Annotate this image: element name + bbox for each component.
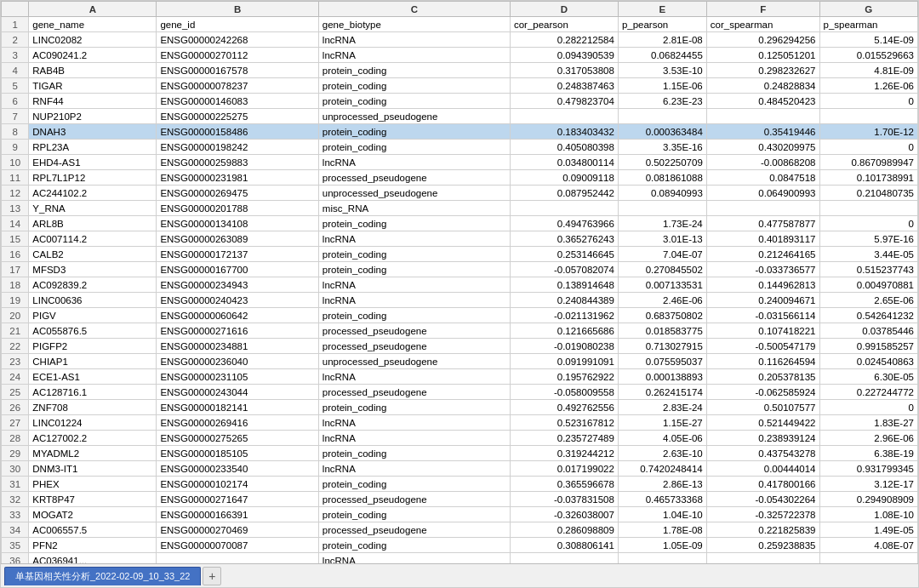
cell-5e[interactable]: 1.15E-06 [618,78,706,94]
cell-36b[interactable] [157,553,318,564]
cell-24g[interactable]: 6.30E-05 [819,369,917,385]
cell-10b[interactable]: ENSG00000259883 [157,155,318,170]
cell-30b[interactable]: ENSG00000233540 [157,461,318,477]
cell-4g[interactable]: 4.81E-09 [819,63,917,78]
cell-21e[interactable]: 0.018583775 [618,323,706,339]
cell-6e[interactable]: 6.23E-23 [618,94,706,109]
cell-33f[interactable]: -0.325722378 [706,507,819,522]
cell-13b[interactable]: ENSG00000201788 [157,201,318,216]
cell-32c[interactable]: processed_pseudogene [318,492,510,507]
cell-28a[interactable]: AC127002.2 [29,431,157,446]
cell-16b[interactable]: ENSG00000172137 [157,247,318,262]
cell-22c[interactable]: processed_pseudogene [318,339,510,354]
cell-25c[interactable]: processed_pseudogene [318,385,510,400]
cell-18d[interactable]: 0.138914648 [510,277,618,293]
cell-14g[interactable]: 0 [819,216,917,231]
cell-16e[interactable]: 7.04E-07 [618,247,706,262]
cell-21c[interactable]: processed_pseudogene [318,323,510,339]
cell-31g[interactable]: 3.12E-17 [819,477,917,492]
cell-11g[interactable]: 0.101738991 [819,170,917,186]
cell-19b[interactable]: ENSG00000240423 [157,293,318,308]
cell-28g[interactable]: 2.96E-06 [819,431,917,446]
cell-30e[interactable]: 0.7420248414 [618,461,706,477]
cell-24d[interactable]: 0.195762922 [510,369,618,385]
cell-19e[interactable]: 2.46E-06 [618,293,706,308]
cell-11b[interactable]: ENSG00000231981 [157,170,318,186]
cell-23d[interactable]: 0.091991091 [510,354,618,369]
cell-25a[interactable]: AC128716.1 [29,385,157,400]
cell-7b[interactable]: ENSG00000225275 [157,109,318,124]
cell-32d[interactable]: -0.037831508 [510,492,618,507]
cell-32e[interactable]: 0.465733368 [618,492,706,507]
cell-35e[interactable]: 1.05E-09 [618,538,706,553]
cell-3f[interactable]: 0.125051201 [706,48,819,63]
cell-19g[interactable]: 2.65E-06 [819,293,917,308]
cell-17b[interactable]: ENSG00000167700 [157,262,318,277]
cell-34a[interactable]: AC006557.5 [29,522,157,538]
cell-33a[interactable]: MOGAT2 [29,507,157,522]
cell-26g[interactable]: 0 [819,400,917,415]
cell-5b[interactable]: ENSG00000078237 [157,78,318,94]
cell-24f[interactable]: 0.205378135 [706,369,819,385]
col-header-g[interactable]: G [819,2,917,17]
cell-25e[interactable]: 0.262415174 [618,385,706,400]
cell-23e[interactable]: 0.075595037 [618,354,706,369]
cell-30c[interactable]: lncRNA [318,461,510,477]
cell-10d[interactable]: 0.034800114 [510,155,618,170]
cell-18b[interactable]: ENSG00000234943 [157,277,318,293]
cell-30a[interactable]: DNM3-IT1 [29,461,157,477]
cell-8f[interactable]: 0.35419446 [706,124,819,140]
cell-34f[interactable]: 0.221825839 [706,522,819,538]
cell-25f[interactable]: -0.062585924 [706,385,819,400]
cell-2e[interactable]: 2.81E-08 [618,32,706,48]
cell-4a[interactable]: RAB4B [29,63,157,78]
cell-28e[interactable]: 4.05E-06 [618,431,706,446]
cell-34c[interactable]: processed_pseudogene [318,522,510,538]
cell-7e[interactable] [618,109,706,124]
cell-35g[interactable]: 4.08E-07 [819,538,917,553]
cell-31b[interactable]: ENSG00000102174 [157,477,318,492]
cell-6f[interactable]: 0.484520423 [706,94,819,109]
cell-35c[interactable]: protein_coding [318,538,510,553]
cell-22a[interactable]: PIGFP2 [29,339,157,354]
cell-21a[interactable]: AC055876.5 [29,323,157,339]
cell-10c[interactable]: lncRNA [318,155,510,170]
cell-15f[interactable]: 0.401893117 [706,231,819,247]
cell-17g[interactable]: 0.515237743 [819,262,917,277]
cell-24a[interactable]: ECE1-AS1 [29,369,157,385]
cell-7f[interactable] [706,109,819,124]
cell-8c[interactable]: protein_coding [318,124,510,140]
cell-14c[interactable]: protein_coding [318,216,510,231]
cell-10e[interactable]: 0.502250709 [618,155,706,170]
cell-3d[interactable]: 0.094390539 [510,48,618,63]
cell-29a[interactable]: MYADML2 [29,446,157,461]
cell-5d[interactable]: 0.248387463 [510,78,618,94]
cell-15b[interactable]: ENSG00000263089 [157,231,318,247]
cell-4d[interactable]: 0.317053808 [510,63,618,78]
cell-4e[interactable]: 3.53E-10 [618,63,706,78]
cell-15c[interactable]: lncRNA [318,231,510,247]
cell-14a[interactable]: ARL8B [29,216,157,231]
cell-9e[interactable]: 3.35E-16 [618,140,706,155]
cell-12a[interactable]: AC244102.2 [29,186,157,201]
cell-26a[interactable]: ZNF708 [29,400,157,415]
cell-19c[interactable]: lncRNA [318,293,510,308]
cell-1b[interactable]: gene_id [157,17,318,32]
cell-16c[interactable]: protein_coding [318,247,510,262]
cell-23g[interactable]: 0.024540863 [819,354,917,369]
col-header-b[interactable]: B [157,2,318,17]
cell-22e[interactable]: 0.713027915 [618,339,706,354]
cell-9g[interactable]: 0 [819,140,917,155]
cell-9a[interactable]: RPL23A [29,140,157,155]
cell-33e[interactable]: 1.04E-10 [618,507,706,522]
col-header-c[interactable]: C [318,2,510,17]
cell-14d[interactable]: 0.494763966 [510,216,618,231]
cell-26f[interactable]: 0.50107577 [706,400,819,415]
cell-27g[interactable]: 1.83E-27 [819,415,917,431]
cell-1c[interactable]: gene_biotype [318,17,510,32]
cell-32g[interactable]: 0.294908909 [819,492,917,507]
cell-9d[interactable]: 0.405080398 [510,140,618,155]
cell-23b[interactable]: ENSG00000236040 [157,354,318,369]
cell-26b[interactable]: ENSG00000182141 [157,400,318,415]
cell-28f[interactable]: 0.238939124 [706,431,819,446]
